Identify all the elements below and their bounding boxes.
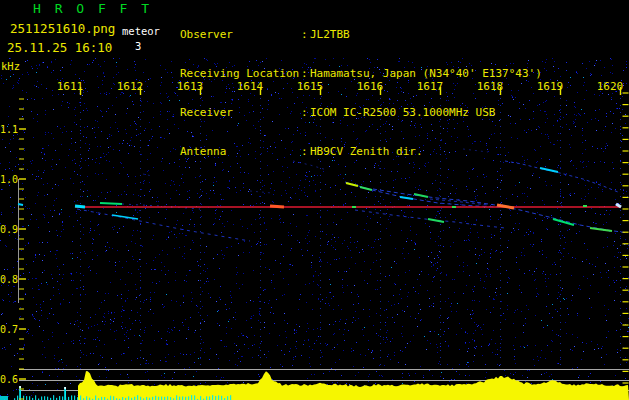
svg-text:1620: 1620: [597, 80, 624, 93]
svg-text:1611: 1611: [57, 80, 84, 93]
info-label: Receiver: [180, 106, 301, 119]
info-value: ICOM IC-R2500 53.1000MHz USB: [310, 106, 495, 119]
info-label: Receiving Location: [180, 67, 301, 80]
info-row-observer: Observer:JL2TBB: [180, 28, 542, 41]
info-row-antenna: Antenna:HB9CV Zenith dir.: [180, 145, 542, 158]
output-filename: 2511251610.png: [10, 21, 115, 36]
info-value: JL2TBB: [310, 28, 350, 41]
svg-text:kHz: kHz: [1, 60, 20, 72]
info-separator: :: [301, 67, 310, 80]
info-value: Hamamatsu, Japan (N34°40' E137°43'): [310, 67, 542, 80]
datetime-label: 25.11.25 16:10: [7, 40, 112, 55]
info-value: HB9CV Zenith dir.: [310, 145, 423, 158]
svg-text:0.6: 0.6: [0, 374, 18, 385]
station-info: Observer:JL2TBB Receiving Location:Hamam…: [180, 2, 542, 184]
svg-text:0.8: 0.8: [0, 274, 18, 285]
hrofft-screen: 1611161216131614161516161617161816191620…: [0, 0, 629, 400]
info-separator: :: [301, 28, 310, 41]
info-row-receiver: Receiver:ICOM IC-R2500 53.1000MHz USB: [180, 106, 542, 119]
app-title: H R O F F T: [33, 1, 152, 16]
info-label: Observer: [180, 28, 301, 41]
svg-text:1.1: 1.1: [0, 124, 18, 135]
svg-text:1612: 1612: [117, 80, 144, 93]
svg-text:1.0: 1.0: [0, 174, 18, 185]
meteor-count: 3: [135, 40, 141, 52]
info-label: Antenna: [180, 145, 301, 158]
mode-label: meteor: [122, 25, 160, 37]
info-row-location: Receiving Location:Hamamatsu, Japan (N34…: [180, 67, 542, 80]
info-separator: :: [301, 106, 310, 119]
svg-text:0.9: 0.9: [0, 224, 18, 235]
info-separator: :: [301, 145, 310, 158]
svg-text:0.7: 0.7: [0, 324, 18, 335]
